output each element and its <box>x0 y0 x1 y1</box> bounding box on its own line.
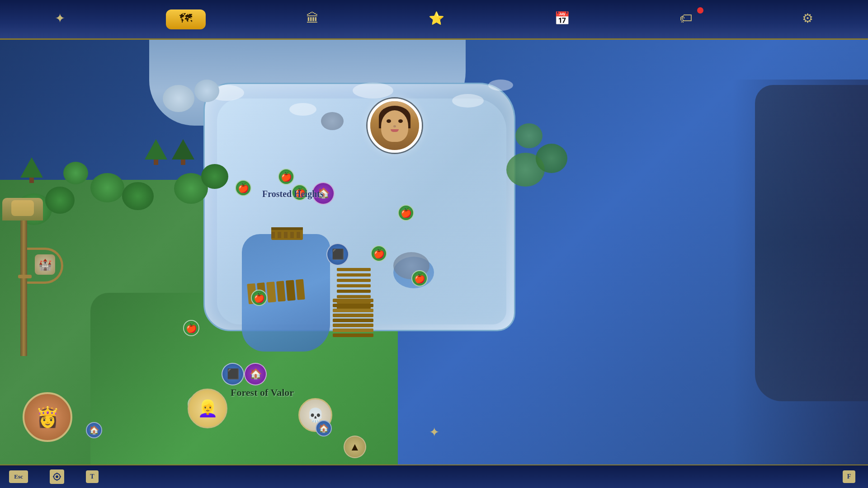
collectible-apple-5[interactable]: 🍎 <box>371 245 387 262</box>
anna-portrait[interactable]: 👸 <box>23 392 72 442</box>
nav-item-event[interactable]: 📅 <box>545 9 579 29</box>
nav-item-settings[interactable]: ⚙ <box>793 9 822 29</box>
castle-icon[interactable]: 🏰 <box>35 254 55 275</box>
settings-icon: ⚙ <box>802 12 813 25</box>
bush-4 <box>122 182 154 210</box>
anna-home-icon[interactable]: 🏠 <box>86 422 102 438</box>
collectible-apple-1[interactable]: 🍎 <box>235 180 251 196</box>
zoom-icon <box>50 469 64 484</box>
nav-item-dreamlight[interactable]: ✦ <box>46 9 74 29</box>
esc-back-action[interactable]: Esc <box>9 470 32 483</box>
fast-travel-key[interactable]: T <box>86 470 99 483</box>
snow-patch-2 <box>289 103 316 116</box>
blue-box-1[interactable]: ⬛ <box>326 243 349 266</box>
snow-rock-1 <box>163 85 194 112</box>
snow-patch-3 <box>353 83 393 99</box>
rapunzel-portrait[interactable]: 👱‍♀️ <box>188 389 227 428</box>
collectible-apple-7[interactable]: 🍎 <box>251 290 267 306</box>
nav-star: ✦ <box>425 423 443 441</box>
collection-icon: 🏛 <box>306 12 319 25</box>
blue-box-2[interactable]: ⬛ <box>222 363 244 385</box>
dark-forest-area <box>755 85 868 401</box>
map-icon: 🗺 <box>179 12 192 25</box>
toggle-filters-action[interactable]: F <box>843 470 859 483</box>
notification-dot <box>697 7 703 14</box>
fast-travel-action[interactable]: T <box>86 470 102 483</box>
nav-item-collection[interactable]: 🏛 <box>297 9 328 29</box>
collectible-apple-8[interactable]: 🍎 <box>183 320 199 336</box>
tree-group-1 <box>145 139 172 166</box>
purple-house-1[interactable]: 🏠 <box>312 182 335 205</box>
esc-key[interactable]: Esc <box>9 470 28 483</box>
player-position <box>368 99 422 153</box>
zoom-action[interactable] <box>50 469 68 484</box>
lamp-post <box>20 211 27 356</box>
snow-patch-5 <box>488 80 513 91</box>
nav-item-shop[interactable]: 🏷 <box>670 9 701 29</box>
collectible-apple-6[interactable]: 🍎 <box>411 270 428 286</box>
wooden-structure <box>333 299 373 353</box>
collectible-apple-2[interactable]: 🍎 <box>278 169 294 185</box>
map-container[interactable]: 🏰 🍎 🍎 🍎 🍎 🍎 🍎 🍎 🍎 🍎 ⬛ ⬛ 🏠 🏠 Fros <box>0 40 868 465</box>
tree-group-2 <box>20 157 43 184</box>
bottom-bar: Esc T F <box>0 465 868 488</box>
nav-item-quests[interactable]: ⭐ <box>420 9 453 29</box>
nav-arrow-up[interactable]: ▲ <box>344 436 366 458</box>
purple-house-2[interactable]: 🏠 <box>244 363 267 385</box>
avatar-face <box>381 110 408 142</box>
right-tree-3 <box>515 123 542 148</box>
bush-3 <box>90 173 124 202</box>
bush-5 <box>63 162 88 184</box>
bridge-1 <box>271 227 303 240</box>
player-avatar <box>370 101 419 150</box>
skull-home-icon[interactable]: 🏠 <box>316 420 332 436</box>
shop-icon: 🏷 <box>679 12 692 25</box>
svg-point-1 <box>56 475 58 478</box>
collectible-apple-4[interactable]: 🍎 <box>398 205 414 221</box>
top-navigation: ✦ 🗺 🏛 ⭐ 📅 🏷 ⚙ <box>0 0 868 40</box>
quests-icon: ⭐ <box>429 12 444 25</box>
right-tree-2 <box>536 144 567 173</box>
rock-2 <box>321 112 344 130</box>
event-icon: 📅 <box>554 12 570 25</box>
nav-item-map[interactable]: 🗺 <box>166 9 206 29</box>
collectible-apple-3[interactable]: 🍎 <box>292 184 308 201</box>
toggle-key[interactable]: F <box>843 470 855 483</box>
bush-2 <box>45 187 75 214</box>
snow-patch-4 <box>452 94 484 108</box>
dreamlight-icon: ✦ <box>55 12 65 25</box>
snow-rock-2 <box>194 80 219 102</box>
bush-7 <box>201 164 228 189</box>
